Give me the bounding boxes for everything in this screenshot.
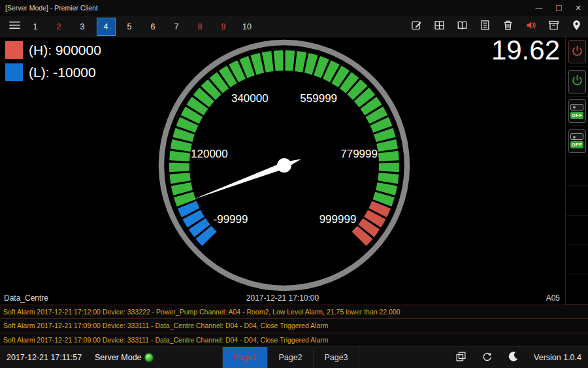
power-button-red[interactable] (568, 40, 586, 63)
main-area: (H): 900000(L): -10000 19.62 -9999912000… (0, 37, 588, 305)
book-icon (457, 20, 468, 33)
sound-icon (525, 20, 536, 33)
server-mode-label: Server Mode (95, 347, 142, 368)
gauge: -99999120000340000559999779999999999 (154, 35, 415, 296)
alarm-list: Soft Alarm 2017-12-21 17:12:00 Device: 3… (0, 305, 588, 346)
moon-icon (508, 351, 519, 365)
toggle-switch-icon: OFF (570, 104, 583, 119)
report-icon (480, 20, 491, 33)
location-icon (571, 20, 582, 33)
status-bar-icons (448, 347, 526, 368)
tab-page2[interactable]: Page2 (268, 347, 314, 368)
archive-icon (548, 20, 559, 33)
legend-label: (L): -10000 (29, 65, 96, 80)
switch-button-1[interactable]: OFF (568, 99, 586, 123)
gauge-footer: Data_Centre 2017-12-21 17:10:00 A05 (0, 293, 565, 303)
page-button-2[interactable]: 2 (47, 16, 71, 37)
layout-icon (455, 351, 466, 365)
page-button-1[interactable]: 1 (24, 16, 47, 37)
window-title: [Server Mode] - Premier Client (5, 4, 98, 12)
svg-text:779999: 779999 (340, 148, 378, 160)
side-cell (566, 67, 588, 96)
side-cell (566, 156, 588, 186)
version-label: Version 1.0.4 (534, 347, 581, 368)
app-window: [Server Mode] - Premier Client — ✕ 12345… (0, 0, 588, 368)
side-cell: OFF (566, 126, 588, 156)
location-button[interactable] (565, 16, 588, 37)
status-indicator-dot (145, 354, 153, 361)
edit-icon (411, 20, 422, 33)
page-button-3[interactable]: 3 (71, 16, 94, 37)
book-button[interactable] (451, 16, 474, 37)
side-cell (566, 245, 588, 275)
svg-text:999999: 999999 (319, 213, 357, 226)
power-icon (572, 75, 583, 88)
page-tabs: Page1Page2Page3 (222, 347, 359, 368)
svg-text:120000: 120000 (191, 148, 228, 160)
hamburger-icon (8, 20, 21, 33)
side-cell (566, 37, 588, 67)
alarm-row[interactable]: Soft Alarm 2017-12-21 17:12:00 Device: 3… (0, 305, 588, 319)
tab-page1[interactable]: Page1 (222, 347, 268, 368)
alarm-row[interactable]: Soft Alarm 2017-12-21 17:09:00 Device: 3… (0, 319, 588, 333)
status-datetime: 2017-12-21 17:11:57 (7, 347, 82, 368)
legend-swatch (5, 63, 23, 81)
alarm-row[interactable]: Soft Alarm 2017-12-21 17:09:00 Device: 3… (0, 333, 588, 347)
gauge-timestamp: 2017-12-21 17:10:00 (0, 293, 565, 303)
close-button[interactable]: ✕ (568, 0, 588, 16)
cards-icon (434, 20, 445, 33)
window-controls: — ✕ (529, 0, 588, 16)
sync-icon (482, 351, 493, 365)
page-button-5[interactable]: 5 (118, 16, 141, 37)
trash-icon (502, 20, 514, 33)
channel-code: A05 (546, 293, 560, 303)
layout-button[interactable] (448, 347, 474, 368)
side-cell (566, 186, 588, 215)
side-cell (566, 275, 588, 305)
power-icon (572, 45, 583, 59)
menu-button[interactable] (5, 16, 24, 37)
svg-text:559999: 559999 (300, 92, 337, 105)
gauge-panel: (H): 900000(L): -10000 19.62 -9999912000… (0, 37, 565, 305)
side-control-panel: OFFOFF (565, 37, 588, 305)
side-cell: OFF (566, 97, 588, 126)
legend-row: (H): 900000 (5, 41, 101, 59)
maximize-icon (556, 5, 562, 11)
gauge-value-readout: 19.62 (491, 35, 560, 66)
switch-button-2[interactable]: OFF (568, 129, 586, 153)
maximize-button[interactable] (549, 0, 568, 16)
svg-text:-99999: -99999 (214, 213, 248, 226)
cards-button[interactable] (428, 16, 451, 37)
minimize-button[interactable]: — (529, 0, 549, 16)
status-bar: 2017-12-21 17:11:57 Server Mode Page1Pag… (0, 346, 588, 368)
svg-text:340000: 340000 (231, 92, 269, 105)
power-button-green[interactable] (568, 70, 586, 93)
title-bar: [Server Mode] - Premier Client — ✕ (0, 0, 588, 16)
legend-row: (L): -10000 (5, 63, 101, 81)
night-mode-button[interactable] (500, 347, 526, 368)
tab-page3[interactable]: Page3 (314, 347, 359, 368)
gauge-limits-legend: (H): 900000(L): -10000 (5, 41, 101, 86)
toggle-switch-icon: OFF (570, 133, 583, 148)
legend-swatch (5, 41, 23, 59)
page-button-4[interactable]: 4 (97, 18, 116, 36)
sync-button[interactable] (474, 347, 500, 368)
side-cell (566, 216, 588, 245)
legend-label: (H): 900000 (29, 42, 101, 58)
